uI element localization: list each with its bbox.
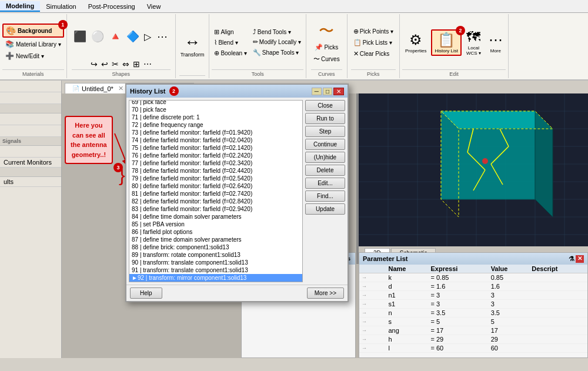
unhide-button[interactable]: (Un)hide	[305, 152, 345, 163]
param-row[interactable]: → l = 60 60	[359, 344, 587, 353]
sidebar-item[interactable]	[0, 113, 61, 125]
shapes-btn-2[interactable]: ⚪	[89, 28, 106, 45]
history-item[interactable]: 90 | transform: translate component1:sol…	[129, 259, 302, 266]
curves-big-btn[interactable]: 〜	[319, 21, 334, 41]
history-item[interactable]: ►92 | transform: mirror component1:solid…	[129, 274, 302, 282]
align-button[interactable]: ⊞ Align	[212, 27, 249, 37]
param-filter-icon[interactable]: ⚗	[569, 255, 574, 263]
history-item[interactable]: 77 | define farfield monitor: farfield (…	[129, 159, 302, 167]
sidebar-item[interactable]	[0, 81, 61, 92]
pick-points-button[interactable]: ⊕ Pick Points ▾	[351, 26, 396, 36]
param-row[interactable]: → s = 5 5	[359, 317, 587, 326]
history-listbox[interactable]: 69 | pick face70 | pick face71 | define …	[129, 100, 303, 282]
more-button[interactable]: More >>	[307, 288, 344, 299]
shapes-tool-1[interactable]: ↪	[89, 59, 99, 69]
history-item[interactable]: 73 | define farfield monitor: farfield (…	[129, 129, 302, 136]
clear-picks-button[interactable]: ✕ Clear Picks	[351, 49, 396, 59]
history-item[interactable]: 78 | define farfield monitor: farfield (…	[129, 167, 302, 175]
transform-button[interactable]: ↔ Transform	[179, 15, 206, 75]
menubar-postprocessing[interactable]: Post-Processing	[82, 2, 141, 11]
ribbon-group-picks: ⊕ Pick Points ▾ 📋 Pick Lists ▾ ✕ Clear P…	[348, 14, 400, 78]
menubar-modeling[interactable]: Modeling	[0, 1, 40, 12]
modify-locally-button[interactable]: ✏ Modify Locally ▾	[250, 37, 303, 47]
step-button[interactable]: Step	[305, 126, 345, 137]
doc-tab-untitled[interactable]: 📄 Untitled_0* ✕	[65, 83, 131, 93]
curves-small-btn[interactable]: 〜 Curves	[311, 54, 342, 65]
history-item[interactable]: 91 | transform: translate component1:sol…	[129, 266, 302, 274]
shapes-tool-6[interactable]: ⋯	[142, 59, 153, 69]
dialog-maximize[interactable]: □	[323, 88, 332, 95]
delete-button[interactable]: Delete	[305, 165, 345, 176]
pick-lists-button[interactable]: 📋 Pick Lists ▾	[351, 38, 396, 48]
sidebar-item-current-monitors[interactable]: Current Monitors	[0, 158, 61, 168]
shapes-btn-1[interactable]: ⬛	[72, 28, 88, 45]
history-item[interactable]: 71 | define discrete port: 1	[129, 113, 302, 121]
history-item[interactable]: 85 | set PBA version	[129, 220, 302, 228]
help-button[interactable]: Help	[130, 288, 162, 299]
history-item[interactable]: 69 | pick face	[129, 100, 302, 106]
menubar-simulation[interactable]: Simulation	[40, 2, 82, 11]
history-item[interactable]: 83 | define farfield monitor: farfield (…	[129, 205, 302, 213]
local-wcs-button[interactable]: 🗺 LocalWCS ▾	[463, 27, 484, 58]
sidebar-item[interactable]	[0, 125, 61, 137]
param-row[interactable]: → ang = 17 17	[359, 326, 587, 335]
shapes-more-btn[interactable]: ⋯	[154, 28, 171, 45]
shapes-tool-3[interactable]: ✂	[111, 59, 120, 69]
edit-button[interactable]: Edit...	[305, 178, 345, 189]
update-button[interactable]: Update	[305, 203, 345, 215]
history-item[interactable]: 80 | define farfield monitor: farfield (…	[129, 182, 302, 190]
history-item[interactable]: 75 | define farfield monitor: farfield (…	[129, 144, 302, 152]
shapes-tool-2[interactable]: ↩	[100, 59, 109, 69]
history-item[interactable]: 74 | define farfield monitor: farfield (…	[129, 136, 302, 144]
menubar-view[interactable]: View	[141, 2, 167, 11]
history-item[interactable]: 81 | define farfield monitor: farfield (…	[129, 190, 302, 198]
history-item[interactable]: 79 | define farfield monitor: farfield (…	[129, 175, 302, 182]
param-row[interactable]: → h = 29 29	[359, 335, 587, 344]
history-item[interactable]: 76 | define farfield monitor: farfield (…	[129, 152, 302, 159]
param-close-btn[interactable]: ✕	[576, 255, 584, 263]
properties-button[interactable]: ⚙ Properties	[402, 30, 429, 55]
history-item[interactable]: 88 | define brick: component1:solid13	[129, 243, 302, 251]
transform-group-title	[179, 75, 206, 77]
picks-button[interactable]: 📌 Picks	[312, 42, 340, 52]
shapes-btn-3[interactable]: 🔺	[107, 28, 123, 45]
shapes-tool-5[interactable]: ⊞	[132, 59, 141, 69]
sidebar-item[interactable]	[0, 92, 61, 104]
history-item[interactable]: 72 | define frequency range	[129, 121, 302, 129]
more-wcs-button[interactable]: ⋯ More	[486, 30, 506, 55]
history-list-button[interactable]: 📋 History List 2	[431, 29, 462, 56]
param-row[interactable]: → k = 0.85 0.85	[359, 273, 587, 282]
blend-icon: ⌇	[214, 39, 217, 46]
blend-button[interactable]: ⌇ Blend ▾	[212, 38, 249, 48]
history-item[interactable]: 89 | transform: rotate component1:solid1…	[129, 251, 302, 259]
shapes-btn-4[interactable]: 🔷	[125, 28, 141, 45]
sidebar-item-results[interactable]: ults	[0, 177, 61, 187]
shape-tools-button[interactable]: 🔧 Shape Tools ▾	[250, 48, 303, 58]
history-item[interactable]: 84 | define time domain solver parameter…	[129, 213, 302, 220]
find-button[interactable]: Find...	[305, 190, 345, 202]
param-row[interactable]: → d = 1.6 1.6	[359, 282, 587, 291]
shapes-tool-4[interactable]: ⇔	[121, 59, 131, 69]
continue-button[interactable]: Continue	[305, 139, 345, 150]
param-panel-header: Parameter List ⚗ ✕	[359, 253, 587, 265]
material-library-button[interactable]: 📚 Material Library ▾	[2, 39, 64, 49]
new-edit-button[interactable]: ➕ New/Edit ▾	[2, 51, 64, 61]
dialog-close[interactable]: ✕	[333, 88, 344, 95]
dialog-minimize[interactable]: ─	[312, 88, 322, 95]
history-item[interactable]: 70 | pick face	[129, 106, 302, 113]
param-row[interactable]: → s1 = 3 3	[359, 300, 587, 309]
param-row[interactable]: → n = 3.5 3.5	[359, 309, 587, 317]
history-item[interactable]: 86 | farfield plot options	[129, 228, 302, 236]
sidebar-item[interactable]	[0, 146, 61, 158]
history-item[interactable]: 82 | define farfield monitor: farfield (…	[129, 198, 302, 205]
run-to-button[interactable]: Run to	[305, 113, 345, 124]
boolean-button[interactable]: ⊕ Boolean ▾	[212, 48, 249, 58]
history-item[interactable]: 87 | define time domain solver parameter…	[129, 236, 302, 243]
param-row[interactable]: → n1 = 3 3	[359, 291, 587, 300]
bend-tools-button[interactable]: ⤴ Bend Tools ▾	[250, 27, 303, 36]
background-button[interactable]: 🎨 Background 1	[2, 24, 64, 38]
doc-icon: 📄	[72, 85, 79, 92]
shapes-btn-5[interactable]: ▷	[142, 29, 153, 44]
doc-close[interactable]: ✕	[118, 85, 123, 92]
close-button[interactable]: Close	[305, 100, 345, 111]
